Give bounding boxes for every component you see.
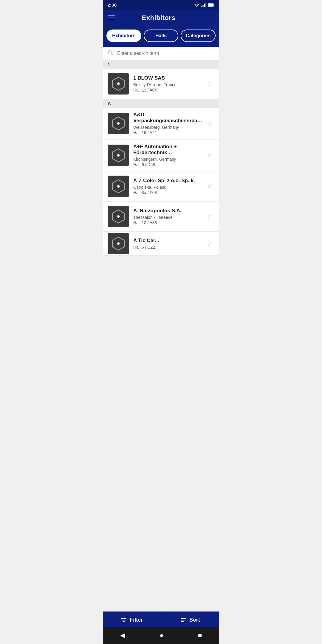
battery-icon bbox=[208, 3, 214, 7]
favorite-button[interactable]: ☆ bbox=[205, 150, 214, 161]
exhibitor-location: Kirchlengern, Germany bbox=[133, 157, 201, 162]
list-item[interactable]: A-Z Color Sp. z o.o. Sp. k. Ostroleka, P… bbox=[103, 171, 219, 202]
svg-rect-6 bbox=[214, 4, 214, 6]
exhibitor-hall: Hall 6 / D58 bbox=[133, 162, 201, 167]
svg-line-9 bbox=[112, 54, 113, 55]
section-header-a: A bbox=[103, 99, 219, 108]
exhibitor-hall: Hall 6 / C22 bbox=[133, 245, 201, 250]
tab-halls[interactable]: Halls bbox=[144, 30, 179, 42]
favorite-button[interactable]: ☆ bbox=[205, 211, 214, 222]
exhibitor-name: 1 BLOW SAS bbox=[133, 75, 201, 81]
tab-bar: Exhibitors Halls Categories bbox=[103, 26, 219, 47]
app-header: Exhibitors bbox=[103, 10, 219, 26]
exhibitor-name: A&D Verpackungsmaschinenba… bbox=[133, 112, 202, 124]
status-time: 2:30 bbox=[108, 2, 117, 7]
menu-button[interactable] bbox=[108, 16, 115, 20]
status-bar: 2:30 bbox=[103, 0, 219, 10]
exhibitor-info: 1 BLOW SAS Boissy-l'Aillerie, France Hal… bbox=[133, 75, 201, 92]
favorite-button[interactable]: ☆ bbox=[206, 118, 215, 129]
status-icons bbox=[194, 3, 214, 7]
section-header-1: 1 bbox=[103, 60, 219, 69]
svg-rect-1 bbox=[201, 6, 202, 7]
exhibitor-logo bbox=[108, 233, 129, 254]
exhibitor-location: Ostroleka, Poland bbox=[133, 185, 201, 190]
list-item[interactable]: A&D Verpackungsmaschinenba… Weissensberg… bbox=[103, 108, 219, 140]
exhibitor-hall: Hall 13 / A04 bbox=[133, 88, 201, 92]
exhibitor-info: A+F Automation + Fördertechnik… Kirchlen… bbox=[133, 144, 201, 167]
exhibitor-info: A&D Verpackungsmaschinenba… Weissensberg… bbox=[133, 112, 202, 135]
exhibitor-name: A. Hatzopoulos S.A. bbox=[133, 208, 201, 214]
exhibitor-hall: Hall 8a / F08 bbox=[133, 190, 201, 195]
favorite-button[interactable]: ☆ bbox=[205, 78, 214, 89]
exhibitor-location: Weissensberg, Germany bbox=[133, 125, 202, 130]
tab-categories[interactable]: Categories bbox=[181, 30, 216, 42]
exhibitor-name: A-Z Color Sp. z o.o. Sp. k. bbox=[133, 178, 201, 184]
exhibitor-info: A-Z Color Sp. z o.o. Sp. k. Ostroleka, P… bbox=[133, 178, 201, 195]
exhibitor-logo bbox=[108, 176, 129, 197]
favorite-button[interactable]: ☆ bbox=[205, 181, 214, 192]
list-item[interactable]: A Tic Cer... Hall 6 / C22 ☆ bbox=[103, 232, 219, 256]
search-input[interactable] bbox=[117, 51, 214, 56]
list-item[interactable]: A+F Automation + Fördertechnik… Kirchlen… bbox=[103, 140, 219, 171]
svg-rect-2 bbox=[203, 5, 204, 7]
exhibitor-hall: Hall 10 / A88 bbox=[133, 220, 201, 225]
exhibitor-location: Thessaloniki, Greece bbox=[133, 215, 201, 220]
wifi-icon bbox=[194, 3, 199, 7]
tab-exhibitors[interactable]: Exhibitors bbox=[106, 30, 141, 42]
exhibitor-location: Boissy-l'Aillerie, France bbox=[133, 82, 201, 87]
page-title: Exhibitors bbox=[120, 14, 198, 22]
exhibitor-hall: Hall 16 / A21 bbox=[133, 130, 202, 135]
exhibitor-logo bbox=[108, 145, 129, 166]
exhibitor-logo bbox=[108, 113, 129, 134]
exhibitor-name: A Tic Cer... bbox=[133, 238, 201, 244]
list-item[interactable]: 1 BLOW SAS Boissy-l'Aillerie, France Hal… bbox=[103, 69, 219, 99]
exhibitor-name: A+F Automation + Fördertechnik… bbox=[133, 144, 201, 156]
favorite-button[interactable]: ☆ bbox=[205, 238, 214, 249]
signal-icon bbox=[201, 3, 206, 7]
exhibitor-logo bbox=[108, 73, 129, 95]
svg-rect-3 bbox=[204, 4, 205, 7]
svg-rect-4 bbox=[205, 3, 206, 7]
search-bar bbox=[103, 47, 219, 60]
list-item[interactable]: A. Hatzopoulos S.A. Thessaloniki, Greece… bbox=[103, 202, 219, 232]
exhibitor-info: A Tic Cer... Hall 6 / C22 bbox=[133, 238, 201, 250]
exhibitor-logo bbox=[108, 206, 129, 227]
svg-point-0 bbox=[196, 6, 197, 7]
exhibitor-info: A. Hatzopoulos S.A. Thessaloniki, Greece… bbox=[133, 208, 201, 225]
svg-rect-7 bbox=[208, 4, 213, 6]
search-icon bbox=[108, 50, 114, 57]
